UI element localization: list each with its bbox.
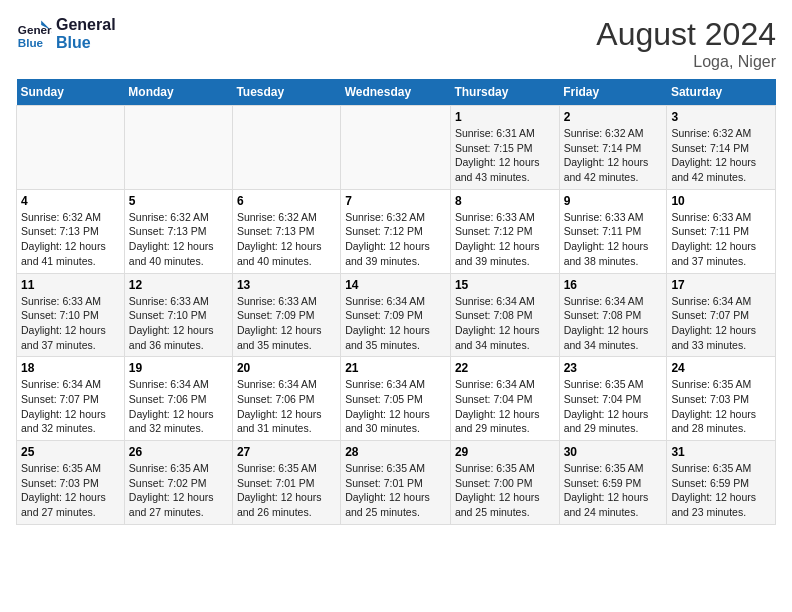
day-number: 4 [21, 194, 120, 208]
day-number: 29 [455, 445, 555, 459]
table-row: 30Sunrise: 6:35 AM Sunset: 6:59 PM Dayli… [559, 441, 667, 525]
day-number: 2 [564, 110, 663, 124]
day-number: 13 [237, 278, 336, 292]
table-row: 25Sunrise: 6:35 AM Sunset: 7:03 PM Dayli… [17, 441, 125, 525]
day-number: 25 [21, 445, 120, 459]
day-number: 12 [129, 278, 228, 292]
day-number: 28 [345, 445, 446, 459]
table-row: 10Sunrise: 6:33 AM Sunset: 7:11 PM Dayli… [667, 189, 776, 273]
logo-line1: General [56, 16, 116, 34]
table-row: 27Sunrise: 6:35 AM Sunset: 7:01 PM Dayli… [232, 441, 340, 525]
day-content: Sunrise: 6:35 AM Sunset: 7:03 PM Dayligh… [21, 461, 120, 520]
day-number: 20 [237, 361, 336, 375]
table-row: 1Sunrise: 6:31 AM Sunset: 7:15 PM Daylig… [450, 106, 559, 190]
day-number: 1 [455, 110, 555, 124]
day-number: 6 [237, 194, 336, 208]
table-row: 13Sunrise: 6:33 AM Sunset: 7:09 PM Dayli… [232, 273, 340, 357]
day-content: Sunrise: 6:32 AM Sunset: 7:14 PM Dayligh… [564, 126, 663, 185]
header-monday: Monday [124, 79, 232, 106]
day-content: Sunrise: 6:34 AM Sunset: 7:08 PM Dayligh… [564, 294, 663, 353]
day-content: Sunrise: 6:35 AM Sunset: 7:00 PM Dayligh… [455, 461, 555, 520]
day-content: Sunrise: 6:34 AM Sunset: 7:06 PM Dayligh… [237, 377, 336, 436]
header-tuesday: Tuesday [232, 79, 340, 106]
table-row: 19Sunrise: 6:34 AM Sunset: 7:06 PM Dayli… [124, 357, 232, 441]
day-content: Sunrise: 6:34 AM Sunset: 7:06 PM Dayligh… [129, 377, 228, 436]
day-content: Sunrise: 6:31 AM Sunset: 7:15 PM Dayligh… [455, 126, 555, 185]
day-number: 7 [345, 194, 446, 208]
table-row: 15Sunrise: 6:34 AM Sunset: 7:08 PM Dayli… [450, 273, 559, 357]
table-row: 23Sunrise: 6:35 AM Sunset: 7:04 PM Dayli… [559, 357, 667, 441]
day-number: 3 [671, 110, 771, 124]
day-content: Sunrise: 6:33 AM Sunset: 7:10 PM Dayligh… [129, 294, 228, 353]
header-wednesday: Wednesday [341, 79, 451, 106]
day-content: Sunrise: 6:34 AM Sunset: 7:09 PM Dayligh… [345, 294, 446, 353]
day-number: 27 [237, 445, 336, 459]
day-number: 9 [564, 194, 663, 208]
day-content: Sunrise: 6:33 AM Sunset: 7:11 PM Dayligh… [671, 210, 771, 269]
day-number: 5 [129, 194, 228, 208]
day-number: 21 [345, 361, 446, 375]
table-row: 21Sunrise: 6:34 AM Sunset: 7:05 PM Dayli… [341, 357, 451, 441]
day-content: Sunrise: 6:33 AM Sunset: 7:09 PM Dayligh… [237, 294, 336, 353]
title-block: August 2024 Loga, Niger [596, 16, 776, 71]
day-content: Sunrise: 6:32 AM Sunset: 7:14 PM Dayligh… [671, 126, 771, 185]
table-row [124, 106, 232, 190]
table-row: 6Sunrise: 6:32 AM Sunset: 7:13 PM Daylig… [232, 189, 340, 273]
day-number: 23 [564, 361, 663, 375]
day-number: 10 [671, 194, 771, 208]
day-content: Sunrise: 6:35 AM Sunset: 7:01 PM Dayligh… [237, 461, 336, 520]
table-row: 3Sunrise: 6:32 AM Sunset: 7:14 PM Daylig… [667, 106, 776, 190]
day-number: 15 [455, 278, 555, 292]
table-row: 29Sunrise: 6:35 AM Sunset: 7:00 PM Dayli… [450, 441, 559, 525]
day-number: 19 [129, 361, 228, 375]
day-number: 31 [671, 445, 771, 459]
table-row: 4Sunrise: 6:32 AM Sunset: 7:13 PM Daylig… [17, 189, 125, 273]
table-row [341, 106, 451, 190]
table-row: 7Sunrise: 6:32 AM Sunset: 7:12 PM Daylig… [341, 189, 451, 273]
logo: General Blue General Blue [16, 16, 116, 52]
day-content: Sunrise: 6:34 AM Sunset: 7:05 PM Dayligh… [345, 377, 446, 436]
day-number: 26 [129, 445, 228, 459]
table-row: 16Sunrise: 6:34 AM Sunset: 7:08 PM Dayli… [559, 273, 667, 357]
table-row: 9Sunrise: 6:33 AM Sunset: 7:11 PM Daylig… [559, 189, 667, 273]
day-content: Sunrise: 6:32 AM Sunset: 7:13 PM Dayligh… [21, 210, 120, 269]
table-row [17, 106, 125, 190]
day-content: Sunrise: 6:35 AM Sunset: 7:02 PM Dayligh… [129, 461, 228, 520]
day-content: Sunrise: 6:34 AM Sunset: 7:08 PM Dayligh… [455, 294, 555, 353]
day-content: Sunrise: 6:35 AM Sunset: 7:01 PM Dayligh… [345, 461, 446, 520]
table-row: 24Sunrise: 6:35 AM Sunset: 7:03 PM Dayli… [667, 357, 776, 441]
table-row: 12Sunrise: 6:33 AM Sunset: 7:10 PM Dayli… [124, 273, 232, 357]
calendar-body: 1Sunrise: 6:31 AM Sunset: 7:15 PM Daylig… [17, 106, 776, 525]
day-content: Sunrise: 6:32 AM Sunset: 7:13 PM Dayligh… [129, 210, 228, 269]
day-content: Sunrise: 6:33 AM Sunset: 7:11 PM Dayligh… [564, 210, 663, 269]
header-friday: Friday [559, 79, 667, 106]
month-title: August 2024 [596, 16, 776, 53]
day-content: Sunrise: 6:35 AM Sunset: 6:59 PM Dayligh… [671, 461, 771, 520]
logo-line2: Blue [56, 34, 116, 52]
day-content: Sunrise: 6:32 AM Sunset: 7:13 PM Dayligh… [237, 210, 336, 269]
header-saturday: Saturday [667, 79, 776, 106]
svg-text:General: General [18, 23, 52, 36]
calendar-table: Sunday Monday Tuesday Wednesday Thursday… [16, 79, 776, 525]
header-sunday: Sunday [17, 79, 125, 106]
page-header: General Blue General Blue August 2024 Lo… [16, 16, 776, 71]
day-number: 11 [21, 278, 120, 292]
table-row: 11Sunrise: 6:33 AM Sunset: 7:10 PM Dayli… [17, 273, 125, 357]
table-row [232, 106, 340, 190]
table-row: 31Sunrise: 6:35 AM Sunset: 6:59 PM Dayli… [667, 441, 776, 525]
day-content: Sunrise: 6:33 AM Sunset: 7:10 PM Dayligh… [21, 294, 120, 353]
table-row: 18Sunrise: 6:34 AM Sunset: 7:07 PM Dayli… [17, 357, 125, 441]
table-row: 22Sunrise: 6:34 AM Sunset: 7:04 PM Dayli… [450, 357, 559, 441]
header-thursday: Thursday [450, 79, 559, 106]
logo-icon: General Blue [16, 16, 52, 52]
day-number: 22 [455, 361, 555, 375]
day-content: Sunrise: 6:34 AM Sunset: 7:07 PM Dayligh… [21, 377, 120, 436]
calendar-header: Sunday Monday Tuesday Wednesday Thursday… [17, 79, 776, 106]
day-number: 16 [564, 278, 663, 292]
day-number: 17 [671, 278, 771, 292]
day-content: Sunrise: 6:32 AM Sunset: 7:12 PM Dayligh… [345, 210, 446, 269]
table-row: 8Sunrise: 6:33 AM Sunset: 7:12 PM Daylig… [450, 189, 559, 273]
svg-text:Blue: Blue [18, 36, 44, 49]
day-content: Sunrise: 6:35 AM Sunset: 7:04 PM Dayligh… [564, 377, 663, 436]
day-number: 14 [345, 278, 446, 292]
